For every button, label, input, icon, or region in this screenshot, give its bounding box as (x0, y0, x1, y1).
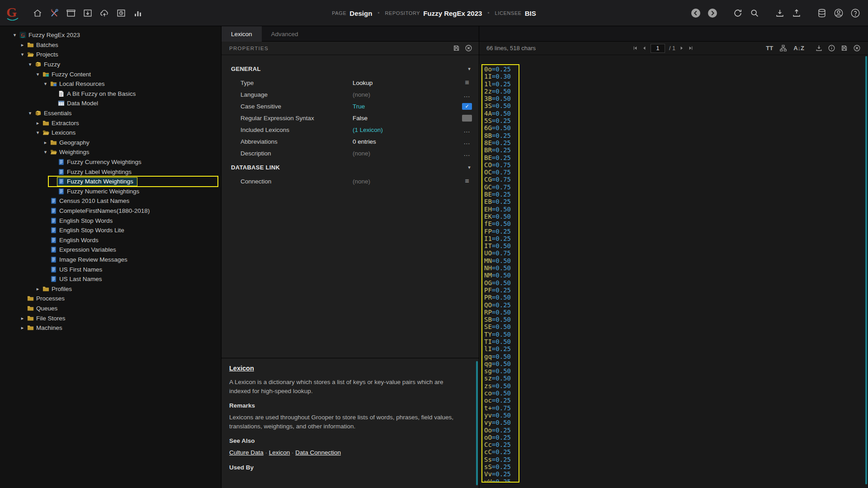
home-button[interactable] (32, 8, 43, 19)
tab-advanced[interactable]: Advanced (262, 26, 308, 42)
first-page-button[interactable] (632, 45, 638, 51)
tree-item-body[interactable]: Fuzzy Content (42, 70, 95, 79)
tree-item-body[interactable]: Fuzzy Label Weightings (57, 167, 136, 176)
tree-item[interactable]: ▸Profiles (0, 284, 221, 294)
property-row[interactable]: Language(none)… (222, 89, 479, 100)
tree-item-body[interactable]: Image Review Messages (49, 255, 132, 264)
expand-arrow-icon[interactable]: ▸ (42, 140, 49, 145)
lexicon-text-content[interactable]: 0o=0.251I=0.301l=0.252z=0.503B=0.503S=0.… (481, 64, 519, 483)
expand-arrow-icon[interactable]: ▸ (34, 120, 42, 126)
download-button[interactable] (774, 8, 785, 19)
ellipsis-button[interactable]: … (462, 138, 472, 145)
tree-item[interactable]: Queues (0, 304, 221, 314)
section-header[interactable]: DATABASE LINK▾ (222, 159, 479, 175)
property-value[interactable]: Lookup (353, 80, 462, 86)
see-also-link[interactable]: Lexicon (269, 449, 290, 456)
cloud-upload-button[interactable] (99, 8, 110, 19)
tree-item[interactable]: ▸Batches (0, 40, 221, 50)
tree-item[interactable]: Fuzzy Label Weightings (0, 167, 221, 177)
editor-scrollbar[interactable] (865, 56, 867, 484)
collapse-arrow-icon[interactable]: ▾ (34, 71, 42, 77)
account-button[interactable] (833, 8, 844, 19)
stats-button[interactable] (132, 8, 143, 19)
close-properties-button[interactable] (465, 44, 472, 52)
tree-item[interactable]: ▾Fuzzy Content (0, 69, 221, 79)
imports-button[interactable] (82, 8, 93, 19)
jobs-button[interactable] (116, 8, 127, 19)
tree-item[interactable]: Image Review Messages (0, 255, 221, 265)
search-button[interactable] (749, 8, 760, 19)
tree-item[interactable]: US First Names (0, 264, 221, 274)
tree-item-body[interactable]: Projects (26, 50, 62, 59)
tree-item-body[interactable]: Geography (49, 138, 94, 147)
repository-value[interactable]: Fuzzy RegEx 2023 (423, 9, 482, 17)
section-collapse-icon[interactable]: ▾ (468, 66, 471, 72)
tree-item-body[interactable]: CompleteFirstNames(1880-2018) (49, 206, 154, 215)
property-value[interactable]: (1 Lexicon) (353, 127, 462, 133)
collapse-arrow-icon[interactable]: ▾ (11, 32, 19, 38)
see-also-link[interactable]: Data Connection (295, 449, 341, 456)
tree-item[interactable]: Census 2010 Last Names (0, 196, 221, 206)
tree-item[interactable]: English Stop Words (0, 216, 221, 225)
save-text-button[interactable] (840, 44, 848, 52)
see-also-link[interactable]: Culture Data (229, 449, 264, 456)
tree-item-body[interactable]: File Stores (26, 314, 70, 323)
tree-item[interactable]: CompleteFirstNames(1880-2018) (0, 206, 221, 216)
tree-item-body[interactable]: Weightings (49, 148, 94, 157)
tree-item[interactable]: ▾GFuzzy RegEx 2023 (0, 30, 221, 40)
tree-item[interactable]: Fuzzy Numeric Weightings (0, 187, 221, 197)
property-row[interactable]: Connection(none)≡ (222, 175, 479, 187)
property-value[interactable]: (none) (353, 150, 462, 157)
batches-button[interactable] (66, 8, 76, 19)
property-value[interactable]: False (353, 115, 460, 122)
collapse-arrow-icon[interactable]: ▾ (26, 61, 34, 67)
menu-button[interactable]: ≡ (462, 177, 472, 185)
tree-item[interactable]: ▸Geography (0, 138, 221, 148)
tree-item-body[interactable]: Profiles (42, 284, 76, 293)
property-row[interactable]: TypeLookup≡ (222, 77, 479, 89)
tree-item-body[interactable]: Processes (26, 294, 69, 303)
collapse-arrow-icon[interactable]: ▾ (19, 52, 26, 57)
collapse-arrow-icon[interactable]: ▾ (42, 149, 49, 155)
property-value[interactable]: True (353, 103, 460, 110)
tree-item[interactable]: ▸Extractors (0, 118, 221, 128)
save-properties-button[interactable] (453, 44, 460, 52)
font-size-button[interactable]: TT (766, 45, 773, 52)
tree-item-body[interactable]: Batches (26, 40, 62, 49)
property-row[interactable]: Included Lexicons(1 Lexicon)… (222, 124, 479, 136)
last-page-button[interactable] (688, 45, 693, 51)
page-value[interactable]: Design (349, 9, 372, 17)
tree-item-body[interactable]: Local Resources (49, 80, 109, 89)
ellipsis-button[interactable]: … (462, 150, 472, 157)
tree-item-body[interactable]: Fuzzy Numeric Weightings (57, 187, 143, 196)
page-input[interactable] (651, 44, 665, 53)
back-button[interactable] (690, 8, 701, 19)
grooper-logo[interactable]: G (6, 4, 21, 22)
upload-button[interactable] (791, 8, 802, 19)
tree-item-body[interactable]: GFuzzy RegEx 2023 (19, 31, 84, 40)
tree-item[interactable]: Fuzzy Currency Weightings (0, 157, 221, 167)
checkbox-checked[interactable]: ✓ (462, 103, 472, 110)
editor-body[interactable]: 0o=0.251I=0.301l=0.252z=0.503B=0.503S=0.… (479, 55, 868, 488)
tree-item[interactable]: Expression Variables (0, 245, 221, 255)
property-row[interactable]: Abbreviations0 entries… (222, 136, 479, 147)
tree-item[interactable]: ▸File Stores (0, 313, 221, 323)
close-editor-button[interactable] (853, 44, 861, 52)
tree-item[interactable]: Processes (0, 294, 221, 304)
tree-item-body[interactable]: Extractors (42, 118, 83, 127)
collapse-arrow-icon[interactable]: ▾ (34, 130, 42, 136)
tree-item-body[interactable]: Machines (26, 324, 66, 333)
tree-item[interactable]: English Words (0, 235, 221, 245)
expand-arrow-icon[interactable]: ▸ (19, 325, 26, 331)
section-collapse-icon[interactable]: ▾ (468, 164, 471, 170)
tree-item-body[interactable]: Queues (26, 304, 61, 313)
property-row[interactable]: Description(none)… (222, 147, 479, 159)
ellipsis-button[interactable]: … (462, 126, 472, 134)
design-tools-button[interactable] (49, 8, 60, 19)
docs-scrollbar[interactable] (476, 361, 478, 485)
collapse-arrow-icon[interactable]: ▾ (42, 81, 49, 87)
tree-item-body[interactable]: Essentials (34, 109, 76, 118)
expand-arrow-icon[interactable]: ▸ (19, 42, 26, 48)
help-button[interactable] (850, 8, 861, 19)
tree-item-body[interactable]: Fuzzy Match Weightings (57, 177, 137, 186)
